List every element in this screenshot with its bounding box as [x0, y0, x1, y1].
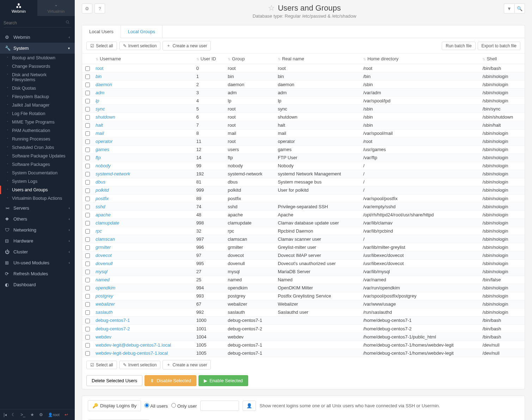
terminal-icon[interactable]: >_ [20, 412, 25, 417]
nav-webmin[interactable]: ⚙ Webmin ‹ [0, 32, 75, 43]
search-icon[interactable] [66, 20, 70, 25]
row-checkbox[interactable] [85, 343, 90, 348]
username-link[interactable]: webdev-legit@debug-centos7-1.local [96, 342, 171, 348]
row-checkbox[interactable] [85, 115, 90, 120]
column-header[interactable]: ⇅Shell [479, 54, 525, 64]
column-header[interactable]: ⇅Real name [275, 54, 360, 64]
create-user-button[interactable]: ＋Create a new user [163, 41, 211, 50]
username-link[interactable]: webalizer [96, 301, 115, 307]
row-checkbox[interactable] [85, 327, 90, 331]
username-link[interactable]: opendkim [96, 285, 115, 290]
username-link[interactable]: debug-centos7-1 [96, 318, 130, 323]
row-checkbox[interactable] [85, 74, 90, 79]
nav-refresh[interactable]: ⟳ Refresh Modules [0, 268, 75, 279]
sidebar-item-mime-type-programs[interactable]: MIME Type Programs [0, 118, 75, 126]
star-icon[interactable]: ☆ [268, 4, 275, 13]
row-checkbox[interactable] [85, 164, 90, 168]
brand-tab-webmin[interactable]: Webmin [0, 0, 37, 16]
run-batch-button[interactable]: Run batch file [442, 42, 475, 50]
settings-icon[interactable]: ⚙ [39, 412, 43, 417]
username-link[interactable]: debug-centos7-2 [96, 326, 130, 331]
row-checkbox[interactable] [85, 351, 90, 356]
sidebar-item-running-processes[interactable]: Running Processes [0, 135, 75, 143]
sidebar-item-scheduled-cron-jobs[interactable]: Scheduled Cron Jobs [0, 143, 75, 152]
enable-selected-button[interactable]: ▶Enable Selected [198, 375, 248, 386]
nav-unused[interactable]: ⊞ Un-used Modules ‹ [0, 257, 75, 268]
sidebar-item-software-packages[interactable]: Software Packages [0, 160, 75, 169]
username-link[interactable]: shutdown [96, 114, 115, 120]
username-link[interactable]: bin [96, 74, 102, 79]
row-checkbox[interactable] [85, 237, 90, 242]
username-link[interactable]: clamscan [96, 236, 115, 242]
select-all-button-bottom[interactable]: ☑Select all [86, 361, 117, 369]
nav-others[interactable]: ❖ Others ‹ [0, 214, 75, 224]
sidebar-item-pam-authentication[interactable]: PAM Authentication [0, 126, 75, 135]
row-checkbox[interactable] [85, 270, 90, 274]
sidebar-item-bootup-and-shutdown[interactable]: Bootup and Shutdown [0, 54, 75, 62]
row-checkbox[interactable] [85, 221, 90, 226]
username-link[interactable]: ftp [96, 155, 100, 160]
username-link[interactable]: adm [96, 90, 104, 95]
sidebar-item-software-package-updates[interactable]: Software Package Updates [0, 152, 75, 160]
column-header[interactable]: ⇅Group [225, 54, 275, 64]
row-checkbox[interactable] [85, 302, 90, 307]
username-link[interactable]: daemon [96, 82, 112, 87]
footer-user[interactable]: 👤 root [48, 413, 60, 417]
row-checkbox[interactable] [85, 131, 90, 136]
username-link[interactable]: mail [96, 131, 104, 136]
logout-icon[interactable]: ↩ [65, 412, 68, 417]
nav-hardware[interactable]: ⊟ Hardware ‹ [0, 235, 75, 246]
sidebar-item-disk-and-network-filesystems[interactable]: Disk and Network Filesystems [0, 71, 75, 84]
row-checkbox[interactable] [85, 213, 90, 217]
username-link[interactable]: apache [96, 212, 111, 217]
collapse-icon[interactable]: |◂ [4, 412, 7, 417]
username-link[interactable]: sync [96, 106, 105, 112]
username-link[interactable]: root [96, 66, 103, 71]
row-checkbox[interactable] [85, 197, 90, 201]
brand-tab-virtualmin[interactable]: Virtualmin [37, 0, 75, 16]
username-link[interactable]: clamupdate [96, 220, 119, 226]
row-checkbox[interactable] [85, 99, 90, 103]
row-checkbox[interactable] [85, 91, 90, 95]
only-user-input[interactable] [200, 401, 239, 411]
bookmark-icon[interactable]: ★ [30, 412, 34, 417]
nav-cluster[interactable]: ⏻ Cluster ‹ [0, 246, 75, 257]
search-input[interactable] [4, 19, 71, 28]
sidebar-item-system-logs[interactable]: System Logs [0, 177, 75, 186]
help-button[interactable]: ? [94, 4, 105, 13]
username-link[interactable]: dbus [96, 179, 105, 185]
search-button[interactable]: 🔍 [514, 4, 525, 13]
row-checkbox[interactable] [85, 278, 90, 282]
nav-servers[interactable]: ⫘ Servers ‹ [0, 203, 75, 214]
sidebar-item-change-passwords[interactable]: Change Passwords [0, 62, 75, 71]
username-link[interactable]: mysql [96, 269, 108, 274]
row-checkbox[interactable] [85, 310, 90, 315]
row-checkbox[interactable] [85, 229, 90, 234]
row-checkbox[interactable] [85, 180, 90, 185]
username-link[interactable]: postfix [96, 196, 109, 201]
disable-selected-button[interactable]: ⏸Disable Selected [145, 375, 196, 386]
all-users-radio[interactable]: All users [145, 403, 168, 409]
row-checkbox[interactable] [85, 245, 90, 250]
only-user-radio[interactable]: Only user [171, 403, 197, 409]
username-link[interactable]: games [96, 147, 109, 152]
username-link[interactable]: lp [96, 98, 99, 103]
nav-networking[interactable]: 🛡 Networking ‹ [0, 224, 75, 235]
row-checkbox[interactable] [85, 83, 90, 87]
row-checkbox[interactable] [85, 139, 90, 144]
username-link[interactable]: webdev-legit-debug-centos7-1.local [96, 350, 168, 356]
row-checkbox[interactable] [85, 262, 90, 266]
nav-system[interactable]: 🔧 System ▾ [0, 43, 75, 54]
sidebar-item-virtualmin-bootup-actions[interactable]: Virtualmin Bootup Actions [0, 194, 75, 203]
username-link[interactable]: nobody [96, 163, 111, 168]
username-link[interactable]: sshd [96, 204, 105, 209]
username-link[interactable]: named [96, 277, 110, 282]
username-link[interactable]: dovecot [96, 253, 112, 258]
tab-local-users[interactable]: Local Users [82, 25, 121, 38]
sidebar-item-users-and-groups[interactable]: Users and Groups [0, 186, 75, 194]
username-link[interactable]: polkitd [96, 187, 109, 193]
sidebar-item-jailkit-jail-manager[interactable]: Jailkit Jail Manager [0, 101, 75, 109]
username-link[interactable]: halt [96, 122, 103, 128]
sidebar-item-disk-quotas[interactable]: Disk Quotas [0, 84, 75, 92]
username-link[interactable]: postgrey [96, 293, 113, 299]
